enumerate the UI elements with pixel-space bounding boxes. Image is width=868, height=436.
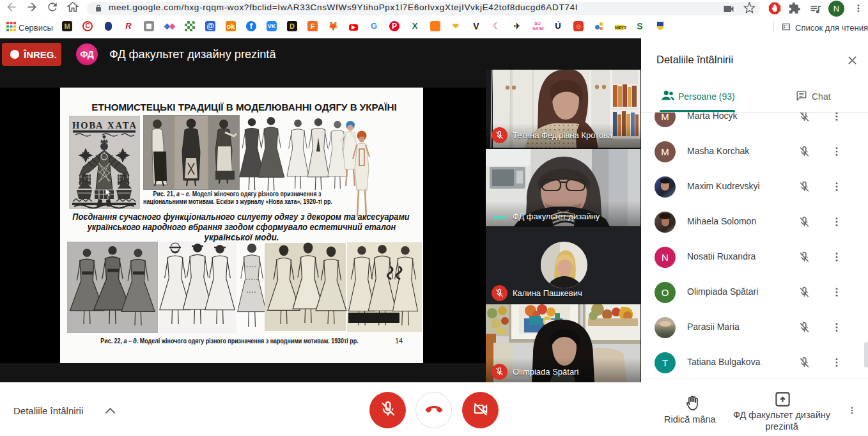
svg-text:НОВА ХАТА: НОВА ХАТА <box>72 120 137 130</box>
